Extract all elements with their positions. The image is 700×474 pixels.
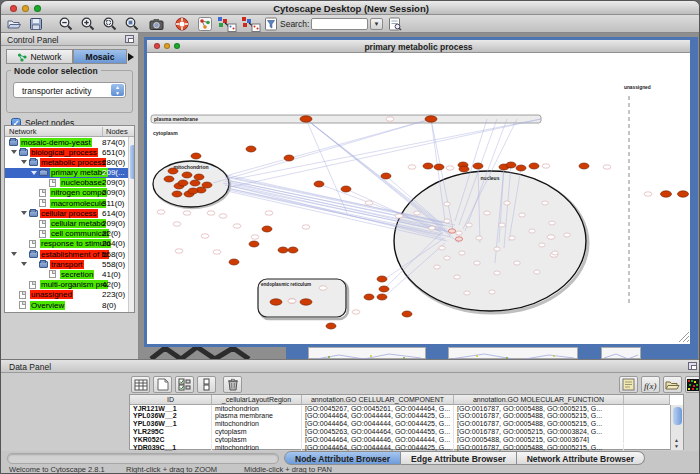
tree-row[interactable]: cell communicat22(0) [5, 229, 134, 239]
search-input[interactable] [311, 18, 368, 30]
tree-row[interactable]: multi-organism pro42(0) [5, 280, 134, 290]
expand-arrow-icon[interactable] [11, 252, 17, 256]
save-button[interactable] [27, 16, 45, 32]
network-window-title-bar[interactable]: primary metabolic process [147, 40, 690, 53]
tree-row-selected[interactable]: primary metabo209(... [5, 168, 134, 178]
float-panel-icon[interactable] [125, 35, 134, 43]
tree-row[interactable]: establishment of lo558(0) [5, 249, 134, 259]
table-row[interactable]: YPL036W__1mitochondrion[GO:0044464, GO:0… [130, 420, 683, 428]
application-window: Cytoscape Desktop (New Session) [0, 0, 700, 474]
tree-row[interactable]: secretion41(0) [5, 269, 134, 279]
file-icon [49, 270, 56, 278]
expand-arrow-icon[interactable] [31, 171, 37, 175]
zoom-fit-button[interactable] [123, 16, 141, 32]
file-icon [39, 199, 46, 207]
tab-overflow-arrow[interactable] [128, 53, 134, 61]
network-canvas[interactable]: plasma membrane cytoplasm nucleus mitoch… [147, 53, 690, 344]
attribute-function-button[interactable]: f(x) [641, 376, 660, 393]
expand-arrow-icon[interactable] [21, 262, 27, 266]
folder-icon [39, 170, 48, 177]
tree-scrollbar-thumb[interactable] [130, 145, 135, 179]
tree-row[interactable]: cellular process614(0) [5, 208, 134, 218]
window-fragment-border[interactable] [641, 347, 698, 359]
node-color-selection-group: Node color selection transporter activit… [6, 70, 133, 113]
scroll-down-icon[interactable]: ▼ [674, 443, 679, 449]
delete-attribute-button[interactable] [223, 376, 242, 393]
expand-arrow-icon[interactable] [21, 211, 27, 215]
heatmap-view-button[interactable] [685, 376, 700, 393]
tree-column-nodes[interactable]: Nodes [102, 127, 128, 136]
tree-scrollbar[interactable] [128, 137, 134, 313]
table-scrollbar-thumb[interactable] [673, 407, 682, 425]
tab-node-attribute-browser[interactable]: Node Attribute Browser [284, 451, 401, 465]
network-view-window[interactable]: primary metabolic process plasma membran… [144, 37, 698, 347]
column-header-id[interactable]: ID [130, 395, 212, 405]
open-button[interactable] [5, 16, 23, 32]
tree-header[interactable]: Network Nodes [5, 126, 134, 137]
window-fragment-thumbnail[interactable] [308, 347, 426, 359]
zoom-selected-button[interactable] [101, 16, 119, 32]
column-header-cellular-component[interactable]: annotation.GO CELLULAR_COMPONENT [302, 395, 454, 405]
tree-column-network[interactable]: Network [9, 127, 37, 136]
expand-arrow-icon[interactable] [21, 160, 27, 164]
apply-layout-red-button[interactable] [240, 16, 262, 32]
tree-row[interactable]: nitrogen compo209(0) [5, 188, 134, 198]
table-row[interactable]: YKR052Ccytoplasm[GO:0044464, GO:0044446,… [130, 436, 683, 444]
plasma-membrane-region[interactable]: plasma membrane [151, 115, 541, 123]
new-attribute-button[interactable] [153, 376, 172, 393]
window-fragment-border[interactable] [426, 347, 448, 359]
tree-row[interactable]: macromolecule311(0) [5, 198, 134, 208]
tab-network-attribute-browser[interactable]: Network Attribute Browser [517, 451, 645, 465]
column-header-region[interactable]: _cellularLayoutRegion [212, 395, 302, 405]
unselect-icon [202, 378, 212, 391]
app-title-bar[interactable]: Cytoscape Desktop (New Session) [1, 1, 700, 15]
heatmap-icon [687, 379, 699, 391]
zoom-in-button[interactable] [79, 16, 97, 32]
select-all-attributes-button[interactable] [175, 376, 194, 393]
unselect-all-attributes-button[interactable] [197, 376, 216, 393]
tree-row[interactable]: nucleobase-209(0) [5, 178, 134, 188]
tab-mosaic[interactable]: Mosaic [73, 49, 127, 64]
float-panel-icon[interactable] [688, 362, 697, 370]
tab-network-label: Network [30, 52, 61, 62]
checklist-icon [178, 378, 192, 391]
expand-arrow-icon[interactable] [11, 150, 17, 154]
tab-network[interactable]: Network [6, 49, 73, 64]
apply-layout-blue-button[interactable] [216, 16, 238, 32]
tree-row[interactable]: transport558(0) [5, 259, 134, 269]
tree-row[interactable]: biological_process651(0) [5, 147, 134, 157]
progress-indicator [7, 453, 279, 464]
network-overview-button[interactable] [196, 16, 214, 32]
window-fragment-border[interactable] [578, 347, 601, 359]
column-header-molecular-function[interactable]: annotation.GO MOLECULAR_FUNCTION [454, 395, 624, 405]
table-row[interactable]: YLR295Ccytoplasm[GO:0045263, GO:0044464,… [130, 428, 683, 436]
import-attributes-button[interactable] [663, 376, 682, 393]
tree-row[interactable]: mosaic-demo-yeast874(0) [5, 137, 134, 147]
table-row[interactable]: YJR121W__1mitochondrion[GO:0045267, GO:0… [130, 405, 683, 413]
filter-button[interactable] [262, 16, 280, 32]
zoom-out-icon [58, 16, 74, 32]
zoom-out-button[interactable] [57, 16, 75, 32]
tree-row[interactable]: cellular metabo209(0) [5, 219, 134, 229]
table-scrollbar[interactable]: ▲ ▼ [670, 405, 683, 451]
search-advanced-button[interactable] [386, 16, 404, 32]
attribute-notes-button[interactable] [619, 376, 638, 393]
tree-row[interactable]: unassigned223(0) [5, 290, 134, 300]
tree-row[interactable]: metabolic process280(0) [5, 157, 134, 167]
resize-grip[interactable] [679, 332, 689, 342]
table-row[interactable]: YPL036W__2plasma membrane[GO:0044464, GO… [130, 412, 683, 420]
tab-edge-attribute-browser[interactable]: Edge Attribute Browser [401, 451, 517, 465]
tree-row[interactable]: response to stimulu264(0) [5, 239, 134, 249]
app-title: Cytoscape Desktop (New Session) [1, 3, 700, 14]
help-button[interactable] [173, 16, 191, 32]
window-fragment-thumbnail[interactable] [448, 347, 578, 359]
window-fragment-border[interactable] [286, 347, 308, 359]
filter-icon [263, 16, 279, 32]
snapshot-button[interactable] [147, 16, 165, 32]
node-color-dropdown[interactable]: transporter activity ▲▼ [13, 82, 126, 98]
search-dropdown-button[interactable]: ▼ [370, 18, 383, 30]
tree-row[interactable]: Overview8(0) [5, 300, 134, 310]
trash-icon [227, 378, 239, 391]
select-attributes-button[interactable] [131, 376, 150, 393]
window-fragment-thumbnail[interactable] [601, 347, 641, 359]
